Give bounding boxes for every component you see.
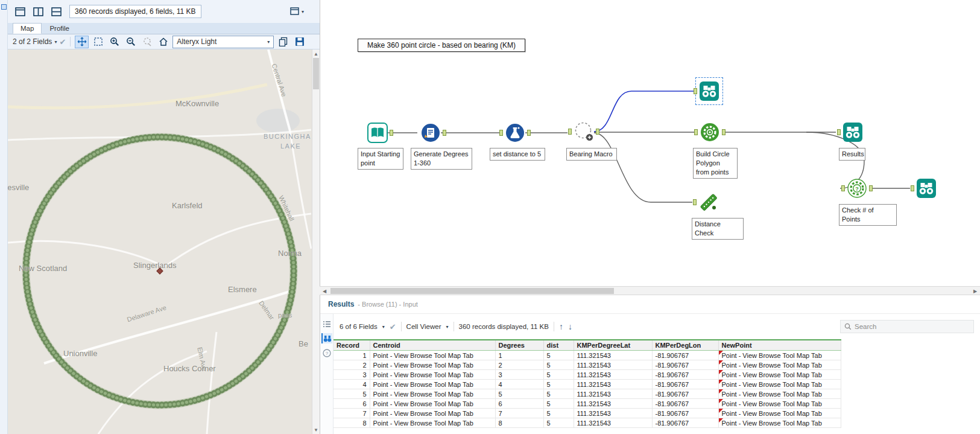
workflow-comment[interactable]: Make 360 point circle - based on bearing… xyxy=(358,39,525,52)
apply-checkmark-icon[interactable]: ✔ xyxy=(59,37,66,46)
zoom-in-button[interactable] xyxy=(107,36,121,48)
search-box[interactable] xyxy=(840,320,974,333)
table-row[interactable]: 8Point - View Browse Tool Map Tab85111.3… xyxy=(334,418,841,428)
newpoint-cell[interactable]: Point - View Browse Tool Map Tab xyxy=(718,380,841,389)
bearing-macro-output-anchor[interactable] xyxy=(596,129,599,135)
check-points-input-anchor[interactable] xyxy=(841,185,845,191)
column-header-record[interactable]: Record xyxy=(334,340,370,351)
check-points-output-anchor[interactable] xyxy=(869,185,873,191)
generate-degrees-annotation[interactable]: Generate Degrees 1-360 xyxy=(411,148,472,170)
browse-top-tool[interactable] xyxy=(699,81,719,101)
map-area[interactable]: Central AveMcKownvilleBUCKINGHALAKEeesvi… xyxy=(8,49,312,434)
bearing-macro-input-anchor[interactable] xyxy=(568,129,572,135)
input-starting-point-tool[interactable] xyxy=(367,123,388,143)
table-row[interactable]: 4Point - View Browse Tool Map Tab45111.3… xyxy=(334,380,841,389)
previous-record-button[interactable]: ↑ xyxy=(559,322,563,331)
scrollbar-thumb[interactable] xyxy=(330,288,614,294)
distance-check-input-anchor[interactable] xyxy=(693,199,697,205)
newpoint-cell[interactable]: Point - View Browse Tool Map Tab xyxy=(718,399,841,409)
set-distance-output-anchor[interactable] xyxy=(527,130,531,136)
column-header-newpoint[interactable]: NewPoint xyxy=(718,340,841,351)
next-record-button[interactable]: ↓ xyxy=(568,322,572,331)
generate-degrees-output-anchor[interactable] xyxy=(443,130,446,136)
cell-viewer-dropdown[interactable]: Cell Viewer xyxy=(406,323,441,330)
lasso-select-button[interactable] xyxy=(140,36,154,48)
select-tool-button[interactable] xyxy=(91,36,105,48)
window-layout-single-button[interactable] xyxy=(13,5,27,18)
results-browse-tool[interactable] xyxy=(842,122,863,142)
results-fields-dropdown[interactable]: 6 of 6 Fields xyxy=(340,323,378,330)
bearing-macro-tool[interactable] xyxy=(574,121,594,142)
column-header-kmperdegreelat[interactable]: KMPerDegreeLat xyxy=(574,340,652,351)
scroll-right-arrow[interactable]: ▶ xyxy=(971,287,979,295)
table-row[interactable]: 2Point - View Browse Tool Map Tab25111.3… xyxy=(334,360,841,370)
input-starting-point-output-anchor[interactable] xyxy=(390,130,393,136)
centroid-cell[interactable]: Point - View Browse Tool Map Tab xyxy=(370,370,495,380)
table-row[interactable]: 5Point - View Browse Tool Map Tab55111.3… xyxy=(334,389,841,399)
window-options-button[interactable]: ▾ xyxy=(290,7,304,16)
newpoint-cell[interactable]: Point - View Browse Tool Map Tab xyxy=(718,418,841,428)
apply-checkmark-icon[interactable]: ✔ xyxy=(390,322,396,331)
zoom-out-button[interactable] xyxy=(124,36,138,48)
centroid-cell[interactable]: Point - View Browse Tool Map Tab xyxy=(370,351,495,360)
set-distance-tool[interactable] xyxy=(505,123,525,143)
distance-check-tool[interactable] xyxy=(698,192,719,212)
newpoint-cell[interactable]: Point - View Browse Tool Map Tab xyxy=(718,351,841,360)
column-header-kmperdeglon[interactable]: KMPerDegLon xyxy=(652,340,718,351)
tab-profile[interactable]: Profile xyxy=(42,23,77,34)
results-config-button[interactable] xyxy=(321,319,332,329)
check-points-tool[interactable]: ? xyxy=(847,178,867,199)
column-header-degrees[interactable]: Degrees xyxy=(495,340,543,351)
docked-panel-icon[interactable] xyxy=(1,4,7,10)
column-header-centroid[interactable]: Centroid xyxy=(370,340,495,351)
newpoint-cell[interactable]: Point - View Browse Tool Map Tab xyxy=(718,389,841,399)
search-input[interactable] xyxy=(855,323,963,330)
browse-right-tool[interactable] xyxy=(916,178,937,199)
table-row[interactable]: 1Point - View Browse Tool Map Tab15111.3… xyxy=(334,351,841,360)
set-distance-input-anchor[interactable] xyxy=(499,130,503,136)
results-browse-annotation[interactable]: Results xyxy=(839,148,865,161)
build-circle-polygon-input-anchor[interactable] xyxy=(694,129,698,135)
window-layout-split-horizontal-button[interactable] xyxy=(49,5,63,18)
table-row[interactable]: 6Point - View Browse Tool Map Tab65111.3… xyxy=(334,399,841,409)
generate-degrees-tool[interactable] xyxy=(420,123,441,143)
canvas-horizontal-scrollbar[interactable]: ◀ ▶ xyxy=(320,286,980,295)
table-row[interactable]: 3Point - View Browse Tool Map Tab35111.3… xyxy=(334,370,841,380)
home-extent-button[interactable] xyxy=(156,36,170,48)
newpoint-cell[interactable]: Point - View Browse Tool Map Tab xyxy=(718,370,841,380)
centroid-cell[interactable]: Point - View Browse Tool Map Tab xyxy=(370,389,495,399)
newpoint-cell[interactable]: Point - View Browse Tool Map Tab xyxy=(718,409,841,418)
scroll-down-arrow[interactable]: ▼ xyxy=(312,426,320,433)
centroid-cell[interactable]: Point - View Browse Tool Map Tab xyxy=(370,418,495,428)
results-browse-button[interactable] xyxy=(321,333,332,343)
scroll-up-arrow[interactable]: ▲ xyxy=(312,50,320,57)
input-starting-point-annotation[interactable]: Input Starting point xyxy=(358,148,403,170)
save-map-button[interactable] xyxy=(292,36,306,48)
centroid-cell[interactable]: Point - View Browse Tool Map Tab xyxy=(370,360,495,370)
tab-map[interactable]: Map xyxy=(13,23,42,34)
pan-tool-button[interactable] xyxy=(75,36,89,48)
bearing-macro-annotation[interactable]: Bearing Macro xyxy=(566,148,617,161)
copy-map-button[interactable] xyxy=(276,36,290,48)
window-layout-split-vertical-button[interactable] xyxy=(31,5,45,18)
build-circle-polygon-annotation[interactable]: Build Circle Polygon from points xyxy=(693,148,738,179)
build-circle-polygon-output-anchor[interactable] xyxy=(722,129,726,135)
column-header-dist[interactable]: dist xyxy=(543,340,574,351)
build-circle-polygon-tool[interactable] xyxy=(700,122,720,142)
centroid-cell[interactable]: Point - View Browse Tool Map Tab xyxy=(370,380,495,389)
set-distance-annotation[interactable]: set distance to 5 xyxy=(490,148,545,161)
check-points-annotation[interactable]: Check # of Points xyxy=(839,204,897,226)
browse-right-input-anchor[interactable] xyxy=(911,185,914,191)
centroid-cell[interactable]: Point - View Browse Tool Map Tab xyxy=(370,399,495,409)
distance-check-annotation[interactable]: Distance Check xyxy=(692,218,744,240)
basemap-select[interactable]: Alteryx Light ▾ xyxy=(172,36,274,48)
table-row[interactable]: 7Point - View Browse Tool Map Tab75111.3… xyxy=(334,409,841,418)
fields-dropdown[interactable]: 2 of 2 Fields xyxy=(13,37,52,46)
workflow-canvas[interactable]: Make 360 point circle - based on bearing… xyxy=(320,0,980,286)
map-vertical-scrollbar[interactable]: ▲ ▼ xyxy=(312,49,320,434)
browse-top-input-anchor[interactable] xyxy=(694,88,697,94)
results-browse-input-anchor[interactable] xyxy=(837,129,841,135)
centroid-cell[interactable]: Point - View Browse Tool Map Tab xyxy=(370,409,495,418)
results-help-button[interactable]: ? xyxy=(321,348,332,358)
newpoint-cell[interactable]: Point - View Browse Tool Map Tab xyxy=(718,360,841,370)
